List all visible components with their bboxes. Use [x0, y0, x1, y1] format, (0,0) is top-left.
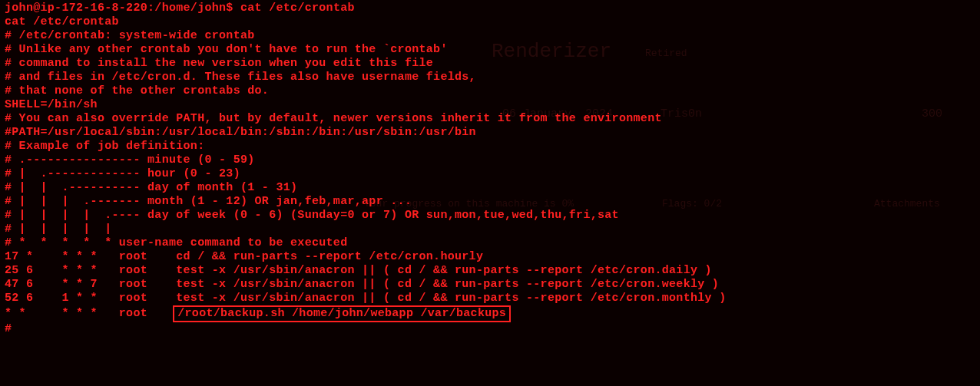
cron-job-backup-prefix: * * * * * root	[5, 307, 176, 320]
output-job-def: # | .------------- hour (0 - 23)	[5, 167, 975, 181]
terminal-output[interactable]: john@ip-172-16-8-220:/home/john$ cat /et…	[5, 2, 975, 336]
output-job-def: # | | | .------- month (1 - 12) OR jan,f…	[5, 195, 975, 209]
output-comment: # command to install the new version whe…	[5, 57, 975, 71]
prompt-line: john@ip-172-16-8-220:/home/john$ cat /et…	[5, 2, 975, 15]
output-comment: # that none of the other crontabs do.	[5, 84, 975, 98]
output-job-def: # * * * * * user-name command to be exec…	[5, 236, 975, 250]
cron-job-backup: * * * * * root /root/backup.sh /home/joh…	[5, 305, 975, 322]
prompt-user-host: john@ip-172-16-8-220	[5, 2, 147, 15]
output-comment: # /etc/crontab: system-wide crontab	[5, 29, 975, 43]
output-comment: # Unlike any other crontab you don't hav…	[5, 43, 975, 57]
cron-job-monthly: 52 6 1 * * root test -x /usr/sbin/anacro…	[5, 292, 975, 305]
output-job-def: # | | .---------- day of month (1 - 31)	[5, 181, 975, 195]
cron-job-weekly: 47 6 * * 7 root test -x /usr/sbin/anacro…	[5, 278, 975, 292]
cron-job-backup-highlight: /root/backup.sh /home/john/webapp /var/b…	[173, 305, 511, 322]
output-echo: cat /etc/crontab	[5, 15, 975, 29]
output-path-comment: # You can also override PATH, but by def…	[5, 112, 975, 126]
output-job-def: # | | | | |	[5, 223, 975, 236]
cron-job-daily: 25 6 * * * root test -x /usr/sbin/anacro…	[5, 264, 975, 278]
prompt-command: cat /etc/crontab	[240, 2, 355, 15]
output-trailing: #	[5, 322, 975, 336]
output-job-def: # | | | | .---- day of week (0 - 6) (Sun…	[5, 209, 975, 223]
output-path: #PATH=/usr/local/sbin:/usr/local/bin:/sb…	[5, 126, 975, 140]
prompt-path: :/home/john$	[147, 2, 233, 15]
output-comment: # and files in /etc/cron.d. These files …	[5, 71, 975, 84]
cron-job-hourly: 17 * * * * root cd / && run-parts --repo…	[5, 250, 975, 264]
output-job-def: # .---------------- minute (0 - 59)	[5, 153, 975, 167]
output-shell: SHELL=/bin/sh	[5, 98, 975, 112]
output-example-header: # Example of job definition:	[5, 140, 975, 153]
